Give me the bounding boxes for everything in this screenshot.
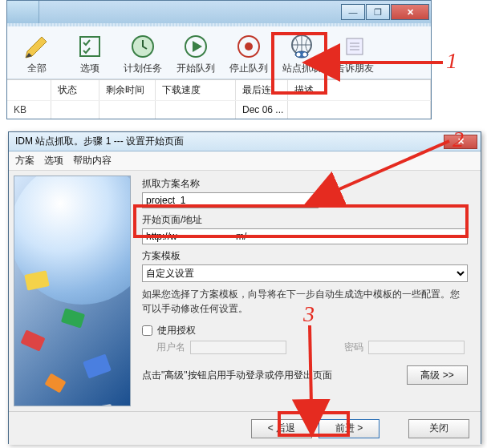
globe-link-icon xyxy=(288,33,315,60)
wizard-sidebar-image xyxy=(14,176,131,406)
cell-date: Dec 06 ... xyxy=(236,101,288,119)
close-button[interactable]: ✕ xyxy=(391,4,429,20)
use-auth-label: 使用授权 xyxy=(157,324,196,337)
tool-options-label: 选项 xyxy=(80,62,99,75)
table-row[interactable]: KB Dec 06 ... xyxy=(7,100,431,119)
col-lastconn[interactable]: 最后连... xyxy=(236,80,288,100)
template-label: 方案模板 xyxy=(142,249,468,263)
wizard-footer: < 后退 前进 > 关闭 xyxy=(9,411,481,445)
col-speed[interactable]: 下载速度 xyxy=(156,80,236,100)
minimize-button[interactable]: — xyxy=(341,4,365,20)
record-icon xyxy=(235,33,262,60)
wizard-close-button[interactable]: ✕ xyxy=(444,135,477,149)
svg-point-10 xyxy=(297,53,301,57)
scheme-name-label: 抓取方案名称 xyxy=(142,177,468,191)
column-headers: 状态 剩余时间 下载速度 最后连... 描述 xyxy=(7,79,431,100)
menu-options[interactable]: 选项 xyxy=(44,154,63,167)
pass-label: 密码 xyxy=(344,341,363,354)
svg-point-11 xyxy=(303,53,307,57)
main-toolbar: 全部 选项 计划任务 开始队列 停止队列 xyxy=(7,26,431,79)
play-icon xyxy=(182,33,209,60)
back-button[interactable]: < 后退 xyxy=(251,419,312,438)
advanced-hint: 点击"高级"按钮启用手动登录或停用登出页面 xyxy=(142,369,332,382)
cell-size: KB xyxy=(7,101,51,119)
scheme-name-input[interactable] xyxy=(142,192,319,208)
tool-all[interactable]: 全部 xyxy=(10,31,63,77)
wizard-titlebar: IDM 站点抓取。步骤 1 --- 设置开始页面 ✕ xyxy=(9,132,481,151)
tool-start-label: 开始队列 xyxy=(177,62,215,75)
wizard-title-text: IDM 站点抓取。步骤 1 --- 设置开始页面 xyxy=(15,135,184,148)
tool-all-label: 全部 xyxy=(27,62,47,75)
note-icon xyxy=(341,33,368,60)
tool-schedule-label: 计划任务 xyxy=(124,62,162,75)
col-status[interactable]: 状态 xyxy=(51,80,99,100)
user-label: 用户名 xyxy=(156,341,185,354)
pencil-icon xyxy=(23,33,51,60)
tool-friend-label: 告诉朋友 xyxy=(335,62,374,75)
tool-grab-label: 站点抓取 xyxy=(282,62,321,75)
menu-scheme[interactable]: 方案 xyxy=(15,154,34,167)
svg-marker-5 xyxy=(193,41,202,52)
clock-icon xyxy=(129,33,156,60)
tool-stop-queue[interactable]: 停止队列 xyxy=(222,31,275,77)
template-hint: 如果您选择了方案模板，向导将在下一步自动生成选中模板的一些配置。您可以手动修改任… xyxy=(142,287,468,316)
user-input xyxy=(190,341,286,354)
maximize-button[interactable]: ❐ xyxy=(366,4,390,20)
checklist-icon xyxy=(76,33,103,60)
main-window: — ❐ ✕ 全部 选项 计划任务 开始队列 xyxy=(6,0,432,119)
use-auth-checkbox[interactable] xyxy=(142,325,152,336)
wizard-dialog: IDM 站点抓取。步骤 1 --- 设置开始页面 ✕ 方案 选项 帮助内容 抓取… xyxy=(8,131,481,444)
menu-help[interactable]: 帮助内容 xyxy=(73,154,112,167)
col-desc[interactable]: 描述 xyxy=(288,80,431,100)
template-select[interactable]: 自定义设置 xyxy=(142,264,468,282)
tool-start-queue[interactable]: 开始队列 xyxy=(169,31,222,77)
main-titlebar: — ❐ ✕ xyxy=(7,1,431,23)
next-button[interactable]: 前进 > xyxy=(319,419,379,438)
tool-schedule[interactable]: 计划任务 xyxy=(116,31,169,77)
titlebar-fragment xyxy=(7,1,39,23)
wizard-menu: 方案 选项 帮助内容 xyxy=(9,151,481,171)
wizard-form: 抓取方案名称 开始页面/地址 方案模板 自定义设置 如果您选择了方案模板，向导将… xyxy=(136,171,481,411)
col-timeleft[interactable]: 剩余时间 xyxy=(99,80,156,100)
svg-point-7 xyxy=(245,42,253,50)
url-label: 开始页面/地址 xyxy=(142,213,468,227)
tool-site-grab[interactable]: 站点抓取 xyxy=(275,31,328,77)
close-button-footer[interactable]: 关闭 xyxy=(408,419,469,438)
tool-tell-friend[interactable]: 告诉朋友 xyxy=(328,31,381,77)
tool-options[interactable]: 选项 xyxy=(63,31,116,77)
advanced-button[interactable]: 高级 >> xyxy=(407,365,468,385)
col-pad xyxy=(7,80,51,100)
tool-stop-label: 停止队列 xyxy=(229,62,268,75)
pass-input xyxy=(368,341,465,354)
annotation-num-1: 1 xyxy=(446,48,457,74)
url-input[interactable] xyxy=(142,228,468,244)
svg-rect-2 xyxy=(80,37,99,56)
